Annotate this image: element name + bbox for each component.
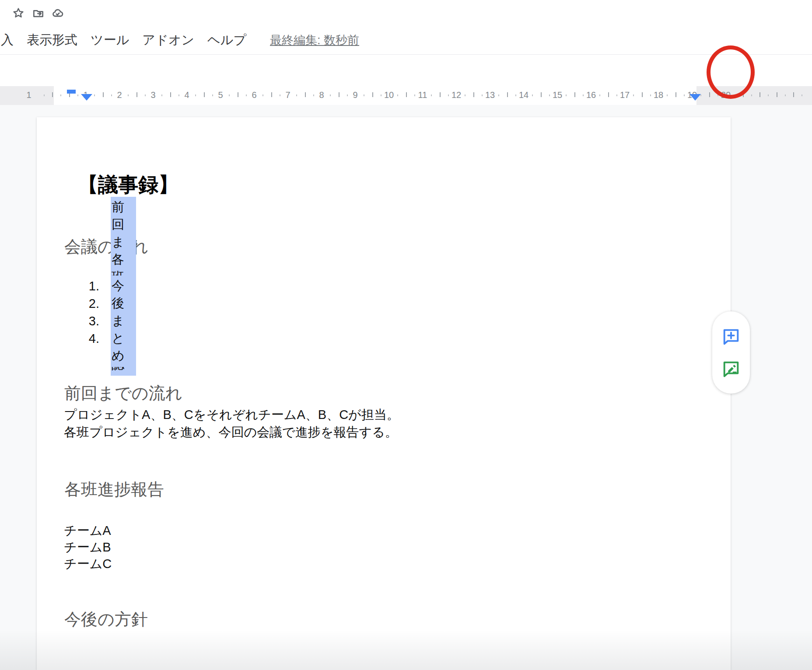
ruler-number: 12: [452, 90, 461, 100]
ruler-tick: [161, 94, 162, 96]
ruler-tick: [94, 94, 95, 96]
ruler-tick: [760, 92, 760, 97]
ruler-tick: [566, 94, 567, 96]
body-text-line: 各班プロジェクトを進め、今回の会議で進捗を報告する。: [64, 423, 398, 441]
toolbar: 標準テキス... Arial − 11 + B I U A: [0, 55, 812, 86]
ruler-margin-number: 1: [26, 90, 31, 100]
menu-tools[interactable]: ツール: [91, 31, 129, 49]
ruler-number: 14: [519, 90, 528, 100]
ruler-number: 7: [285, 90, 290, 100]
annotation-circle: [707, 45, 755, 99]
ruler-number: 15: [553, 90, 562, 100]
ruler-tick: [608, 92, 609, 97]
ruler-tick: [271, 92, 272, 97]
team-line: チームC: [64, 555, 112, 573]
ruler-tick: [212, 94, 213, 96]
ruler-tick: [238, 92, 238, 97]
document-title-text: 【議事録】: [78, 171, 178, 199]
cloud-check-icon[interactable]: [52, 7, 64, 19]
ruler-tick: [583, 94, 584, 96]
star-icon[interactable]: [12, 7, 24, 19]
ruler-number: 3: [150, 90, 155, 100]
ruler[interactable]: 1 1234567891011121314151617181920: [0, 86, 812, 105]
ruler-tick: [128, 94, 129, 96]
ruler-tick: [313, 94, 314, 96]
ruler-number: 13: [485, 90, 495, 100]
menu-format[interactable]: 表示形式: [27, 31, 77, 49]
ruler-tick: [549, 94, 550, 96]
ruler-tick: [414, 94, 415, 96]
menu-help[interactable]: ヘルプ: [207, 31, 246, 49]
document-canvas: 【議事録】 会議の流れ 1. 前回までの流れの確認 2. 各班進捗報告 3. 今…: [0, 105, 812, 670]
ruler-tick: [406, 92, 407, 97]
ruler-tick: [178, 94, 179, 96]
menu-insert-partial[interactable]: 入: [1, 31, 14, 49]
ruler-tick: [751, 94, 752, 96]
team-line: チームA: [64, 522, 111, 540]
ruler-number: 9: [353, 90, 357, 100]
ruler-tick: [347, 94, 348, 96]
ruler-tick: [676, 92, 676, 97]
ruler-tick: [296, 94, 297, 96]
folder-move-icon[interactable]: [32, 7, 44, 19]
ruler-number: 8: [319, 90, 324, 100]
document-quick-actions: [12, 7, 64, 19]
ruler-tick: [280, 94, 280, 96]
right-indent-marker[interactable]: [690, 94, 701, 101]
list-number: 4.: [78, 332, 99, 346]
ruler-tick: [145, 94, 146, 96]
ruler-tick: [229, 94, 230, 96]
ruler-number: 5: [218, 90, 223, 100]
ruler-tick: [684, 94, 685, 96]
ruler-tick: [60, 94, 61, 96]
comment-plus-icon: [721, 326, 741, 346]
ruler-tick: [52, 92, 53, 97]
menu-addons[interactable]: アドオン: [142, 31, 194, 49]
ruler-tick: [498, 94, 499, 96]
ruler-tick: [364, 94, 364, 96]
side-action-pill: [712, 311, 750, 394]
body-text-line: プロジェクトA、B、CをそれぞれチームA、B、Cが担当。: [64, 406, 399, 423]
last-edit-link[interactable]: 最終編集: 数秒前: [270, 32, 359, 48]
ruler-tick: [381, 94, 382, 96]
ruler-number: 10: [384, 90, 394, 100]
suggest-edits-side-button[interactable]: [721, 358, 742, 379]
ruler-tick: [785, 94, 786, 96]
ruler-number: 2: [117, 90, 122, 100]
ruler-tick: [777, 92, 777, 97]
ruler-tick: [330, 94, 331, 96]
ruler-tick: [633, 94, 634, 96]
list-number: 1.: [78, 279, 99, 293]
add-comment-side-button[interactable]: [721, 326, 742, 347]
ruler-tick: [768, 94, 769, 96]
team-line: チームB: [64, 539, 111, 556]
ruler-tick: [709, 92, 710, 97]
ruler-tick: [339, 92, 340, 97]
ruler-tick: [574, 92, 575, 97]
left-indent-marker[interactable]: [81, 94, 92, 101]
heading-policy: 今後の方針: [64, 608, 148, 631]
ruler-tick: [465, 94, 466, 96]
document-page[interactable]: 【議事録】 会議の流れ 1. 前回までの流れの確認 2. 各班進捗報告 3. 今…: [37, 117, 731, 670]
ruler-tick: [482, 94, 483, 96]
ruler-number: 4: [184, 90, 189, 100]
ruler-tick: [507, 92, 508, 97]
ruler-number: 11: [418, 90, 427, 100]
ruler-tick: [262, 94, 263, 96]
ruler-tick: [204, 92, 205, 97]
ruler-number: 17: [620, 90, 630, 100]
ruler-tick: [195, 94, 196, 96]
ruler-tick: [372, 92, 373, 97]
ruler-tick: [111, 94, 112, 96]
ruler-number: 16: [586, 90, 596, 100]
ruler-tick: [448, 94, 449, 96]
ruler-tick: [136, 92, 137, 97]
ruler-tick: [599, 94, 600, 96]
selected-list-text: まとめ: [111, 311, 136, 367]
ruler-tick: [44, 94, 45, 96]
ruler-tick: [515, 94, 516, 96]
first-line-indent-marker[interactable]: [67, 90, 76, 94]
google-docs-window: 入 表示形式 ツール アドオン ヘルプ 最終編集: 数秒前 標準テキス... A…: [0, 0, 812, 670]
ruler-tick: [103, 92, 104, 97]
menu-bar: 入 表示形式 ツール アドオン ヘルプ: [1, 31, 246, 49]
